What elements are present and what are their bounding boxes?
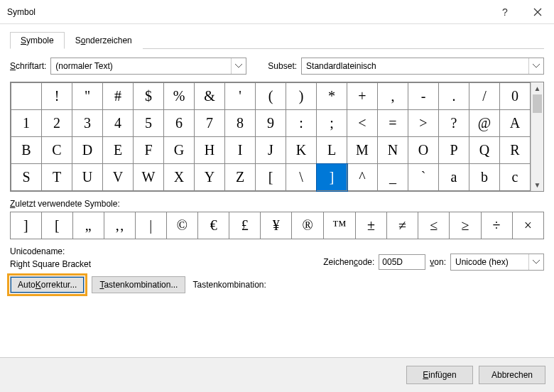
char-cell[interactable]: +	[347, 83, 378, 110]
char-cell[interactable]: :	[286, 110, 317, 137]
char-cell[interactable]: $	[134, 83, 164, 110]
char-cell[interactable]: >	[408, 110, 439, 137]
char-cell[interactable]: R	[500, 137, 531, 164]
recent-char-cell[interactable]: £	[229, 212, 261, 239]
char-cell[interactable]: H	[195, 137, 225, 164]
char-cell[interactable]: ]	[317, 164, 347, 191]
char-cell[interactable]: 6	[164, 110, 195, 137]
char-cell[interactable]: b	[469, 164, 500, 191]
recent-char-cell[interactable]: ©	[166, 212, 198, 239]
char-cell[interactable]: [	[256, 164, 286, 191]
char-cell[interactable]: <	[347, 110, 378, 137]
char-cell[interactable]: ?	[439, 110, 469, 137]
recent-char-cell[interactable]: ≤	[418, 212, 450, 239]
char-cell[interactable]: F	[134, 137, 164, 164]
font-select[interactable]: (normaler Text)	[50, 58, 246, 75]
char-cell[interactable]: J	[256, 137, 286, 164]
char-cell[interactable]: -	[408, 83, 439, 110]
recent-char-cell[interactable]: [	[41, 212, 72, 239]
recent-symbols-grid[interactable]: ][„‚‚|©€£¥®™±≠≤≥÷×	[10, 212, 544, 239]
char-cell[interactable]: I	[225, 137, 256, 164]
char-cell[interactable]: D	[72, 137, 103, 164]
recent-char-cell[interactable]: ≥	[450, 212, 481, 239]
char-cell[interactable]: L	[317, 137, 347, 164]
subset-select[interactable]: Standardlateinisch	[301, 58, 544, 75]
char-cell[interactable]: Q	[469, 137, 500, 164]
recent-char-cell[interactable]: |	[136, 212, 167, 239]
char-cell[interactable]: &	[195, 83, 225, 110]
charcode-input[interactable]	[379, 254, 425, 270]
char-cell[interactable]: a	[439, 164, 469, 191]
char-cell[interactable]: E	[103, 137, 134, 164]
recent-char-cell[interactable]: ¥	[261, 212, 292, 239]
char-cell[interactable]: @	[469, 110, 500, 137]
char-cell[interactable]: B	[11, 137, 42, 164]
char-cell[interactable]: #	[103, 83, 134, 110]
recent-char-cell[interactable]: „	[72, 212, 104, 239]
char-cell[interactable]: c	[500, 164, 531, 191]
char-cell[interactable]: 8	[225, 110, 256, 137]
char-cell[interactable]: Y	[195, 164, 225, 191]
recent-char-cell[interactable]: €	[198, 212, 229, 239]
recent-char-cell[interactable]: ±	[355, 212, 386, 239]
char-cell[interactable]: M	[347, 137, 378, 164]
char-cell[interactable]: ,	[378, 83, 408, 110]
recent-char-cell[interactable]: ≠	[387, 212, 418, 239]
char-cell[interactable]: .	[439, 83, 469, 110]
recent-char-cell[interactable]: ]	[11, 212, 42, 239]
char-cell[interactable]: \	[286, 164, 317, 191]
char-cell[interactable]: G	[164, 137, 195, 164]
char-cell[interactable]: 9	[256, 110, 286, 137]
char-cell[interactable]: 3	[72, 110, 103, 137]
char-cell[interactable]: 1	[11, 110, 42, 137]
scroll-thumb[interactable]	[533, 94, 542, 113]
recent-char-cell[interactable]: ‚‚	[104, 212, 135, 239]
help-button[interactable]: ?	[489, 1, 521, 23]
char-cell[interactable]: 4	[103, 110, 134, 137]
char-cell[interactable]: C	[42, 137, 72, 164]
char-cell[interactable]: 5	[134, 110, 164, 137]
char-cell[interactable]: N	[378, 137, 408, 164]
char-cell[interactable]: V	[103, 164, 134, 191]
char-cell[interactable]: W	[134, 164, 164, 191]
char-cell[interactable]: )	[286, 83, 317, 110]
char-cell[interactable]: 0	[500, 83, 531, 110]
char-cell[interactable]: K	[286, 137, 317, 164]
char-cell[interactable]: A	[500, 110, 531, 137]
insert-button[interactable]: Einfügen	[406, 366, 473, 384]
char-cell[interactable]: %	[164, 83, 195, 110]
char-cell[interactable]: !	[42, 83, 72, 110]
character-grid[interactable]: !"#$%&'()*+,-./0123456789:;<=>?@ABCDEFGH…	[11, 82, 531, 191]
recent-char-cell[interactable]: ®	[292, 212, 324, 239]
tab-symbols[interactable]: Symbole	[10, 32, 65, 49]
char-cell[interactable]: /	[469, 83, 500, 110]
shortcut-button[interactable]: Tastenkombination...	[92, 276, 185, 293]
recent-char-cell[interactable]: ™	[323, 212, 355, 239]
char-cell[interactable]: X	[164, 164, 195, 191]
close-button[interactable]	[521, 1, 554, 23]
char-cell[interactable]: T	[42, 164, 72, 191]
grid-scrollbar[interactable]: ▲ ▼	[531, 82, 543, 191]
from-select[interactable]: Unicode (hex)	[450, 254, 544, 271]
char-cell[interactable]: U	[72, 164, 103, 191]
char-cell[interactable]: *	[317, 83, 347, 110]
char-cell[interactable]: "	[72, 83, 103, 110]
tab-special-characters[interactable]: Sonderzeichen	[65, 32, 143, 49]
char-cell[interactable]: O	[408, 137, 439, 164]
char-cell[interactable]: `	[408, 164, 439, 191]
char-cell[interactable]: ^	[347, 164, 378, 191]
char-cell[interactable]: 7	[195, 110, 225, 137]
char-cell[interactable]: ;	[317, 110, 347, 137]
char-cell[interactable]: (	[256, 83, 286, 110]
char-cell[interactable]: _	[378, 164, 408, 191]
recent-char-cell[interactable]: ÷	[481, 212, 512, 239]
char-cell[interactable]: 2	[42, 110, 72, 137]
char-cell[interactable]: Z	[225, 164, 256, 191]
cancel-button[interactable]: Abbrechen	[479, 366, 545, 384]
autocorrect-button[interactable]: AutoKorrektur...	[10, 276, 85, 293]
char-cell[interactable]: '	[225, 83, 256, 110]
char-cell[interactable]: =	[378, 110, 408, 137]
char-cell[interactable]: P	[439, 137, 469, 164]
recent-char-cell[interactable]: ×	[512, 212, 543, 239]
char-cell[interactable]: S	[11, 164, 42, 191]
